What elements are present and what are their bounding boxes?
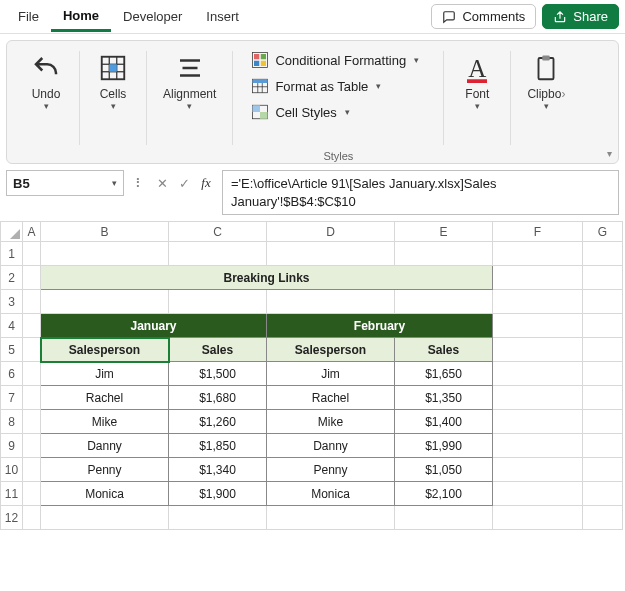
conditional-formatting-button[interactable]: Conditional Formatting ▾ [247, 49, 423, 71]
comment-icon [442, 10, 456, 24]
cell[interactable]: $2,100 [395, 482, 493, 506]
cell[interactable]: $1,680 [169, 386, 267, 410]
title-cell[interactable]: Breaking Links [41, 266, 493, 290]
svg-rect-13 [261, 61, 266, 66]
svg-rect-25 [543, 56, 551, 61]
menu-bar: File Home Developer Insert Comments Shar… [0, 0, 625, 34]
cell-b5[interactable]: Salesperson [41, 338, 169, 362]
cell-styles-button[interactable]: Cell Styles ▾ [247, 101, 423, 123]
cell[interactable]: Sales [169, 338, 267, 362]
row-header[interactable]: 10 [1, 458, 23, 482]
tab-home[interactable]: Home [51, 2, 111, 32]
cell[interactable]: $1,900 [169, 482, 267, 506]
row-header[interactable]: 7 [1, 386, 23, 410]
cell[interactable]: $1,050 [395, 458, 493, 482]
row-header[interactable]: 8 [1, 410, 23, 434]
svg-rect-21 [260, 112, 268, 119]
svg-rect-11 [261, 54, 266, 59]
grid-table[interactable]: A B C D E F G 1 2 Breaking Links 3 4 Jan… [0, 221, 623, 530]
cell[interactable]: Penny [267, 458, 395, 482]
ribbon: Undo ▾ Cells ▾ Alignment ▾ [6, 40, 619, 164]
tab-file[interactable]: File [6, 3, 51, 30]
cell[interactable]: $1,260 [169, 410, 267, 434]
month-header-feb[interactable]: February [267, 314, 493, 338]
alignment-button[interactable]: Alignment ▾ [157, 49, 222, 113]
cell[interactable]: $1,400 [395, 410, 493, 434]
cell-styles-label: Cell Styles [275, 105, 336, 120]
row-header[interactable]: 11 [1, 482, 23, 506]
col-header[interactable]: F [493, 222, 583, 242]
group-alignment: Alignment ▾ [147, 47, 232, 163]
col-header[interactable]: A [23, 222, 41, 242]
chevron-down-icon: ▾ [112, 178, 117, 188]
cells-icon [96, 51, 130, 85]
clipboard-button[interactable]: Clipbo› ▾ [521, 49, 571, 113]
name-box[interactable]: B5 ▾ [6, 170, 124, 196]
cell[interactable]: Salesperson [267, 338, 395, 362]
formula-controls: ⠇ ✕ ✓ fx [130, 170, 216, 196]
font-icon: A [460, 51, 494, 85]
cell[interactable]: Mike [267, 410, 395, 434]
svg-rect-5 [109, 64, 117, 72]
chevron-down-icon: ▾ [345, 107, 350, 117]
row-header[interactable]: 1 [1, 242, 23, 266]
cell[interactable]: Rachel [41, 386, 169, 410]
row-header[interactable]: 4 [1, 314, 23, 338]
ribbon-options-icon[interactable]: ▾ [607, 148, 612, 159]
select-all-corner[interactable] [1, 222, 23, 242]
undo-label: Undo [32, 87, 61, 101]
tab-developer[interactable]: Developer [111, 3, 194, 30]
enter-formula-button[interactable]: ✓ [174, 173, 194, 193]
insert-function-button[interactable]: fx [196, 173, 216, 193]
cell[interactable]: Danny [267, 434, 395, 458]
font-button[interactable]: A Font ▾ [454, 49, 500, 113]
cancel-formula-button[interactable]: ✕ [152, 173, 172, 193]
cell[interactable]: $1,990 [395, 434, 493, 458]
cell[interactable]: Jim [41, 362, 169, 386]
clipboard-label: Clipbo› [527, 87, 565, 101]
chevron-down-icon: ▾ [44, 101, 49, 111]
row-header[interactable]: 9 [1, 434, 23, 458]
cell[interactable]: Danny [41, 434, 169, 458]
cell[interactable]: $1,340 [169, 458, 267, 482]
formula-bar-row: B5 ▾ ⠇ ✕ ✓ fx ='E:\office\Article 91\[Sa… [6, 170, 619, 215]
row-header[interactable]: 2 [1, 266, 23, 290]
cell[interactable]: Penny [41, 458, 169, 482]
cell[interactable]: Sales [395, 338, 493, 362]
cells-button[interactable]: Cells ▾ [90, 49, 136, 113]
cell[interactable]: Monica [267, 482, 395, 506]
cell[interactable]: Rachel [267, 386, 395, 410]
share-button[interactable]: Share [542, 4, 619, 29]
month-header-jan[interactable]: January [41, 314, 267, 338]
col-header[interactable]: E [395, 222, 493, 242]
undo-button[interactable]: Undo ▾ [23, 49, 69, 113]
format-as-table-button[interactable]: Format as Table ▾ [247, 75, 423, 97]
share-icon [553, 10, 567, 24]
col-header[interactable]: C [169, 222, 267, 242]
comments-label: Comments [462, 9, 525, 24]
col-header[interactable]: D [267, 222, 395, 242]
cell[interactable]: Jim [267, 362, 395, 386]
svg-rect-10 [254, 54, 259, 59]
col-header[interactable]: G [583, 222, 623, 242]
cell[interactable]: Monica [41, 482, 169, 506]
tab-insert[interactable]: Insert [194, 3, 251, 30]
row-header[interactable]: 3 [1, 290, 23, 314]
row-header[interactable]: 5 [1, 338, 23, 362]
row-header[interactable]: 6 [1, 362, 23, 386]
cell[interactable]: $1,500 [169, 362, 267, 386]
format-as-table-icon [251, 77, 269, 95]
row-header[interactable]: 12 [1, 506, 23, 530]
collapse-button[interactable]: ⠇ [130, 173, 150, 193]
cell[interactable]: $1,650 [395, 362, 493, 386]
col-header[interactable]: B [41, 222, 169, 242]
group-font: A Font ▾ [444, 47, 510, 163]
cell-styles-icon [251, 103, 269, 121]
comments-button[interactable]: Comments [431, 4, 536, 29]
cell[interactable]: $1,850 [169, 434, 267, 458]
cell[interactable]: $1,350 [395, 386, 493, 410]
cell[interactable]: Mike [41, 410, 169, 434]
conditional-formatting-icon [251, 51, 269, 69]
styles-caption: Styles [233, 150, 443, 162]
formula-bar[interactable]: ='E:\office\Article 91\[Sales January.xl… [222, 170, 619, 215]
